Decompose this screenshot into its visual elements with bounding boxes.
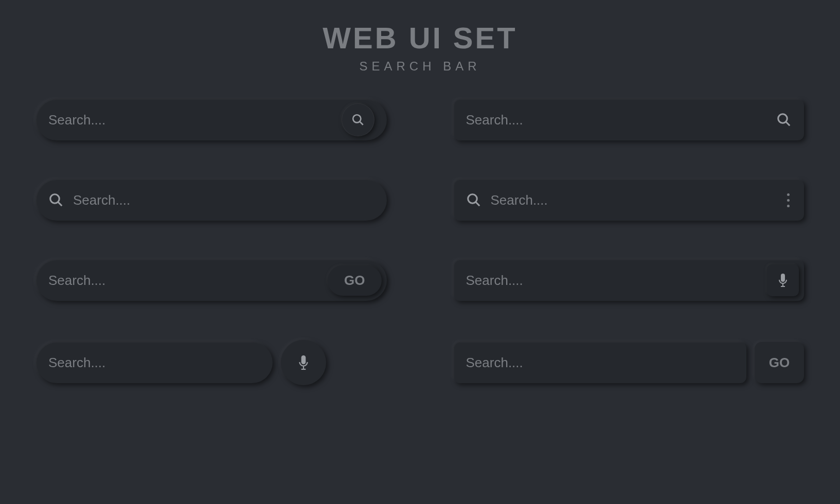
svg-line-1 [360, 121, 363, 125]
search-placeholder: Search.... [466, 112, 777, 128]
svg-point-4 [50, 194, 60, 204]
voice-search-button[interactable] [281, 340, 326, 385]
microphone-icon [777, 273, 789, 288]
voice-search-button[interactable] [767, 264, 799, 296]
search-button[interactable] [342, 103, 374, 136]
dots-icon [787, 193, 790, 196]
search-icon [776, 112, 792, 128]
go-button[interactable]: GO [328, 265, 381, 296]
search-placeholder: Search.... [48, 273, 328, 289]
search-icon [351, 113, 365, 127]
search-bar-8: Search.... GO [454, 340, 805, 385]
search-input[interactable]: Search.... [454, 342, 747, 383]
page-title: WEB UI SET [31, 21, 809, 55]
search-bar-4: Search.... [454, 179, 805, 221]
search-input[interactable]: Search.... [454, 179, 805, 221]
more-options-button[interactable] [785, 193, 792, 207]
search-bar-3: Search.... [36, 179, 387, 221]
go-button[interactable]: GO [755, 342, 804, 383]
search-input[interactable]: Search.... GO [36, 260, 387, 301]
svg-point-6 [468, 194, 477, 204]
page-subtitle: SEARCH BAR [31, 59, 809, 74]
search-input[interactable]: Search.... [454, 99, 805, 140]
svg-point-2 [778, 114, 788, 123]
search-bar-6: Search.... [454, 260, 805, 301]
search-input[interactable]: Search.... [454, 260, 805, 301]
svg-point-0 [353, 115, 361, 122]
search-input[interactable]: Search.... [36, 179, 387, 221]
search-placeholder: Search.... [466, 355, 735, 371]
search-placeholder: Search.... [48, 355, 260, 371]
microphone-icon [297, 354, 310, 371]
search-placeholder: Search.... [466, 273, 767, 289]
search-input[interactable]: Search.... [36, 342, 273, 383]
search-bar-2: Search.... [454, 99, 805, 140]
search-placeholder: Search.... [73, 192, 374, 208]
svg-rect-8 [781, 274, 785, 282]
svg-line-5 [58, 202, 62, 206]
search-input[interactable]: Search.... [36, 99, 387, 140]
svg-line-7 [475, 202, 479, 206]
search-bar-5: Search.... GO [36, 260, 387, 301]
search-placeholder: Search.... [491, 192, 785, 208]
search-bar-7: Search.... [36, 340, 387, 385]
search-icon [48, 192, 64, 208]
search-button[interactable] [776, 112, 792, 128]
svg-line-3 [786, 122, 790, 126]
search-icon [466, 192, 481, 208]
search-bar-1: Search.... [36, 99, 387, 140]
header: WEB UI SET SEARCH BAR [31, 21, 809, 74]
svg-rect-11 [301, 355, 306, 364]
search-placeholder: Search.... [48, 112, 342, 128]
